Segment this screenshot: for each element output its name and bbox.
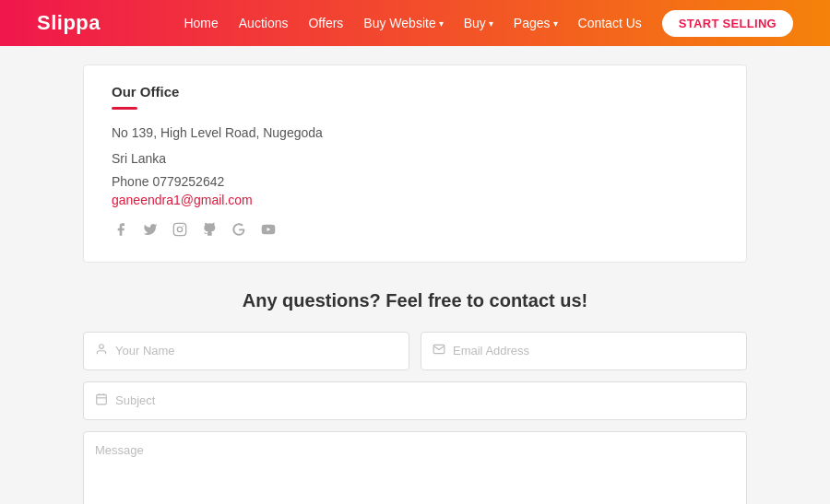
start-selling-button[interactable]: START SELLING <box>662 10 793 37</box>
buy-chevron-icon: ▾ <box>489 18 493 29</box>
nav-auctions[interactable]: Auctions <box>239 16 289 30</box>
pages-chevron-icon: ▾ <box>553 18 558 29</box>
facebook-icon[interactable] <box>112 220 130 239</box>
email-input-wrapper <box>421 332 747 370</box>
office-address-line2: Sri Lanka <box>112 148 718 170</box>
subject-row <box>83 381 747 420</box>
instagram-icon[interactable] <box>171 220 189 239</box>
person-icon <box>95 343 108 358</box>
buy-website-chevron-icon: ▾ <box>439 18 444 29</box>
office-email[interactable]: ganeendra1@gmail.com <box>112 193 718 207</box>
name-input[interactable] <box>115 344 397 357</box>
office-divider <box>112 107 137 110</box>
nav-buy[interactable]: Buy ▾ <box>464 16 493 30</box>
subject-input[interactable] <box>115 393 735 407</box>
twitter-icon[interactable] <box>141 220 160 239</box>
name-email-row <box>83 332 747 370</box>
office-address-line1: No 139, High Level Road, Nugegoda <box>112 123 718 145</box>
svg-point-3 <box>100 345 104 349</box>
contact-form: Submit Message <box>83 332 747 504</box>
office-phone: Phone 0779252642 <box>112 174 718 189</box>
svg-point-1 <box>177 227 182 231</box>
nav-pages[interactable]: Pages ▾ <box>514 16 558 30</box>
email-input[interactable] <box>453 344 735 357</box>
navigation: Home Auctions Offers Buy Website ▾ Buy ▾… <box>184 10 793 37</box>
main-content: Our Office No 139, High Level Road, Nuge… <box>65 46 765 504</box>
nav-buy-website[interactable]: Buy Website ▾ <box>363 16 443 30</box>
youtube-icon[interactable] <box>259 220 278 239</box>
name-input-wrapper <box>83 332 409 370</box>
nav-contact-us[interactable]: Contact Us <box>578 16 642 30</box>
nav-offers[interactable]: Offers <box>308 16 343 30</box>
svg-rect-0 <box>173 223 185 235</box>
svg-point-2 <box>183 225 184 226</box>
svg-rect-4 <box>97 394 107 404</box>
email-icon <box>433 343 445 358</box>
google-icon[interactable] <box>230 220 248 239</box>
message-wrapper <box>83 431 747 504</box>
header: Slippa Home Auctions Offers Buy Website … <box>0 0 830 46</box>
social-icons-row <box>112 220 718 239</box>
nav-home[interactable]: Home <box>184 16 218 30</box>
office-card: Our Office No 139, High Level Road, Nuge… <box>83 64 747 263</box>
message-textarea[interactable] <box>84 432 746 504</box>
logo: Slippa <box>37 11 101 35</box>
office-title: Our Office <box>112 84 718 100</box>
contact-heading: Any questions? Feel free to contact us! <box>83 290 747 311</box>
github-icon[interactable] <box>200 220 219 239</box>
subject-input-wrapper <box>83 381 747 420</box>
contact-section: Any questions? Feel free to contact us! <box>83 290 747 504</box>
subject-icon <box>95 393 108 408</box>
